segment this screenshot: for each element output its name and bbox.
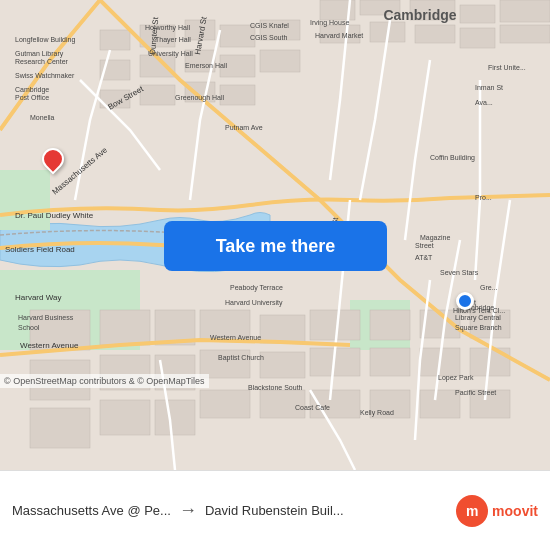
svg-text:Baptist Church: Baptist Church [218,354,264,362]
osm-attribution: © OpenStreetMap contributors & © OpenMap… [0,374,209,388]
svg-text:CGIS South: CGIS South [250,34,287,41]
route-to: David Rubenstein Buil... [205,503,344,518]
svg-rect-34 [370,310,410,340]
svg-rect-25 [140,85,175,105]
svg-rect-2 [0,170,50,230]
svg-rect-54 [155,400,195,435]
svg-text:Post Office: Post Office [15,94,49,101]
svg-rect-13 [500,25,550,43]
bottom-bar: Massachusetts Ave @ Pe... → David Rubens… [0,470,550,550]
svg-text:Emerson Hall: Emerson Hall [185,62,227,69]
take-me-there-button[interactable]: Take me there [164,221,387,271]
route-from: Massachusetts Ave @ Pe... [12,503,171,518]
svg-text:Peabody Terrace: Peabody Terrace [230,284,283,292]
origin-pin [456,292,474,310]
svg-text:Irving House: Irving House [310,19,349,27]
destination-pin [42,148,64,170]
svg-rect-12 [460,28,495,48]
svg-text:Western Avenue: Western Avenue [20,341,79,350]
svg-text:Holworthy Hall: Holworthy Hall [145,24,191,32]
svg-rect-35 [370,348,410,376]
svg-text:School: School [18,324,40,331]
svg-text:Longfellow Building: Longfellow Building [15,36,75,44]
svg-text:Cambridge: Cambridge [383,7,456,23]
svg-text:Coffin Building: Coffin Building [430,154,475,162]
svg-text:Thayer Hall: Thayer Hall [155,36,191,44]
svg-rect-32 [260,352,305,378]
svg-text:Gre...: Gre... [480,284,498,291]
svg-text:Seven Stars: Seven Stars [440,269,479,276]
svg-text:Street: Street [415,242,434,249]
svg-rect-7 [460,5,495,23]
map-container[interactable]: Massachusetts Ave Dr. Paul Dudley White … [0,0,550,470]
svg-text:Greenough Hall: Greenough Hall [175,94,224,102]
svg-rect-44 [420,390,460,418]
svg-text:Harvard Market: Harvard Market [315,32,363,39]
moovit-logo[interactable]: m moovit [456,495,538,527]
svg-rect-8 [500,0,550,22]
svg-rect-48 [30,408,90,448]
svg-rect-14 [100,30,130,50]
svg-text:University Hall: University Hall [148,50,193,58]
route-info: Massachusetts Ave @ Pe... → David Rubens… [12,500,456,521]
svg-text:Blackstone South: Blackstone South [248,384,303,391]
svg-rect-29 [260,315,305,343]
svg-rect-30 [310,310,360,340]
svg-rect-23 [260,50,300,72]
svg-text:Harvard Way: Harvard Way [15,293,61,302]
svg-text:Research Center: Research Center [15,58,69,65]
moovit-icon: m [456,495,488,527]
svg-text:Square Branch: Square Branch [455,324,502,332]
svg-text:Kelly Road: Kelly Road [360,409,394,417]
svg-text:Swiss Watchmaker: Swiss Watchmaker [15,72,75,79]
svg-text:Lopez Park: Lopez Park [438,374,474,382]
svg-text:Coast Cafe: Coast Cafe [295,404,330,411]
svg-text:Pro...: Pro... [475,194,492,201]
svg-rect-27 [220,85,255,105]
svg-text:Pacific Street: Pacific Street [455,389,496,396]
svg-text:Library Central: Library Central [455,314,501,322]
svg-text:Ava...: Ava... [475,99,493,106]
svg-text:Putnam Ave: Putnam Ave [225,124,263,131]
svg-text:Gutman Library: Gutman Library [15,50,64,58]
svg-text:CGIS Knafel: CGIS Knafel [250,22,289,29]
svg-text:Soldiers Field Road: Soldiers Field Road [5,245,75,254]
svg-text:First Unite...: First Unite... [488,64,526,71]
svg-text:Harvard University: Harvard University [225,299,283,307]
svg-text:Western Avenue: Western Avenue [210,334,261,341]
svg-rect-40 [200,390,250,418]
svg-text:Cambridge: Cambridge [15,86,49,94]
svg-rect-51 [100,400,150,435]
svg-text:Inman St: Inman St [475,84,503,91]
route-arrow-icon: → [179,500,197,521]
svg-text:Dr. Paul Dudley White: Dr. Paul Dudley White [15,211,94,220]
svg-rect-11 [415,25,455,43]
svg-text:Harvard Business: Harvard Business [18,314,74,321]
svg-text:Magazine: Magazine [420,234,450,242]
moovit-text: moovit [492,503,538,519]
svg-rect-49 [100,310,150,345]
svg-text:AT&T: AT&T [415,254,433,261]
svg-text:Monella: Monella [30,114,55,121]
